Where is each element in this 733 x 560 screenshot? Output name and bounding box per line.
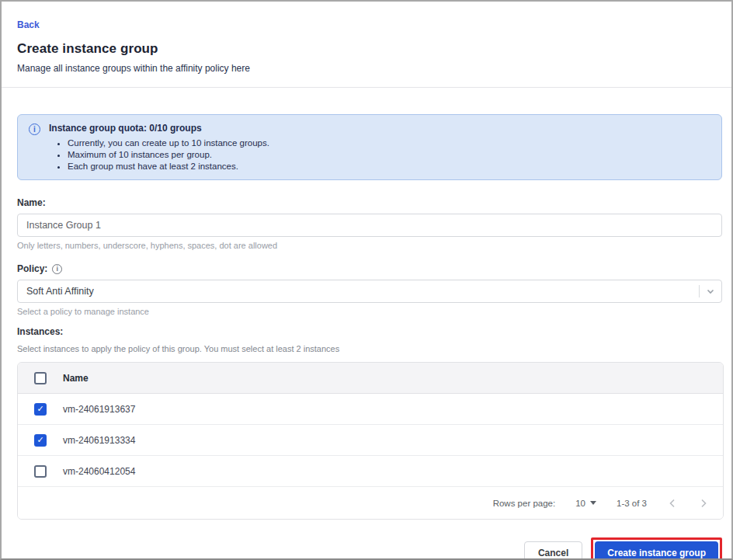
select-all-checkbox[interactable]: ✓: [34, 372, 47, 384]
policy-field-group: Policy: i Soft Anti Affinity Select a po…: [17, 263, 722, 316]
alert-bullet-list: Currently, you can create up to 10 insta…: [49, 138, 269, 171]
policy-label: Policy: i: [17, 263, 722, 274]
name-column-header: Name: [63, 373, 723, 384]
table-row[interactable]: ✓ vm-24061913637: [18, 394, 723, 425]
cancel-button[interactable]: Cancel: [524, 541, 582, 560]
instances-table: ✓ Name ✓ vm-24061913637 ✓ vm-24061913334…: [17, 362, 724, 520]
red-annotation-highlight: Create instance group: [591, 537, 722, 560]
table-header-row: ✓ Name: [18, 363, 723, 394]
chevron-left-icon[interactable]: [667, 498, 678, 509]
back-link[interactable]: Back: [17, 19, 40, 30]
name-helper-text: Only letters, numbers, underscore, hyphe…: [17, 241, 722, 250]
alert-bullet: Currently, you can create up to 10 insta…: [68, 138, 269, 148]
alert-body: Instance group quota: 0/10 groups Curren…: [49, 123, 269, 171]
create-instance-group-page: Back Create instance group Manage all in…: [0, 0, 733, 560]
alert-bullet: Each group must have at least 2 instance…: [68, 162, 269, 171]
row-checkbox[interactable]: ✓: [34, 434, 47, 447]
page-subtitle: Manage all instance groups within the af…: [17, 63, 722, 74]
policy-helper-text: Select a policy to manage instance: [17, 307, 722, 316]
policy-select[interactable]: Soft Anti Affinity: [17, 280, 722, 303]
name-input[interactable]: [17, 214, 722, 237]
rows-per-page-label: Rows per page:: [493, 499, 556, 508]
instances-helper-text: Select instances to apply the policy of …: [17, 344, 722, 353]
row-checkbox[interactable]: ✓: [34, 465, 47, 478]
page-title: Create instance group: [17, 41, 722, 57]
rows-per-page-select[interactable]: 10: [575, 499, 596, 508]
checkmark-icon: ✓: [36, 405, 43, 413]
policy-info-icon[interactable]: i: [52, 264, 62, 274]
policy-label-text: Policy:: [17, 263, 47, 274]
table-row[interactable]: ✓ vm-24060412054: [18, 456, 723, 487]
checkmark-icon: ✓: [36, 436, 43, 444]
action-bar: Cancel Create instance group: [17, 537, 722, 560]
create-instance-group-button[interactable]: Create instance group: [595, 541, 718, 560]
name-field-group: Name: Only letters, numbers, underscore,…: [17, 197, 722, 250]
instance-name: vm-24061913637: [63, 404, 723, 415]
alert-title: Instance group quota: 0/10 groups: [49, 123, 269, 134]
select-separator: [699, 285, 700, 297]
chevron-right-icon[interactable]: [698, 498, 709, 509]
caret-down-icon: [590, 501, 596, 505]
pagination-range: 1-3 of 3: [617, 499, 647, 508]
table-row[interactable]: ✓ vm-24061913334: [18, 425, 723, 456]
chevron-down-icon: [706, 287, 715, 296]
instances-label: Instances:: [17, 326, 722, 337]
quota-info-alert: i Instance group quota: 0/10 groups Curr…: [17, 114, 722, 180]
row-checkbox-cell: ✓: [18, 403, 63, 416]
name-label: Name:: [17, 197, 722, 208]
row-checkbox-cell: ✓: [18, 434, 63, 447]
instance-name: vm-24061913334: [63, 435, 723, 446]
rows-per-page-value: 10: [575, 499, 585, 508]
instance-name: vm-24060412054: [63, 466, 723, 477]
table-pagination: Rows per page: 10 1-3 of 3: [18, 487, 723, 519]
row-checkbox[interactable]: ✓: [34, 403, 47, 416]
header-checkbox-cell: ✓: [18, 372, 63, 384]
alert-bullet: Maximum of 10 instances per group.: [68, 150, 269, 159]
policy-select-value: Soft Anti Affinity: [26, 286, 699, 297]
header-divider: [2, 87, 731, 88]
row-checkbox-cell: ✓: [18, 465, 63, 478]
info-circle-icon: i: [29, 123, 40, 135]
